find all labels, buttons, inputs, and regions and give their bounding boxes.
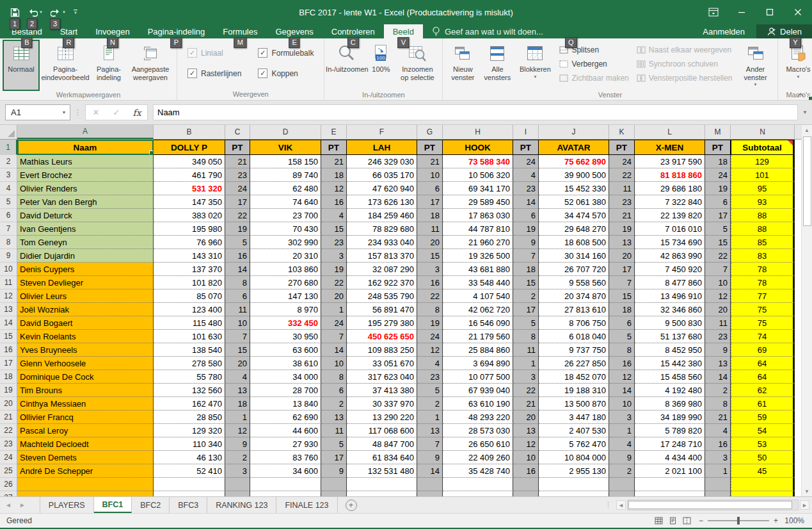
cell-E12[interactable]: 20 — [321, 289, 347, 303]
cell-D11[interactable]: 270 680 — [250, 276, 321, 289]
horizontal-scrollbar[interactable]: ⋮ ◄ ► — [601, 497, 812, 513]
zoom-100-button[interactable]: 100 100% — [367, 40, 395, 91]
cell-A7[interactable]: Ivan Geentjens — [17, 222, 154, 236]
cell-J26[interactable] — [539, 478, 609, 491]
cell-D21[interactable]: 62 690 — [250, 411, 321, 424]
cell-J7[interactable]: 29 648 270 — [539, 222, 609, 236]
cell-C4[interactable]: 24 — [225, 182, 250, 195]
ribbon-display-options-button[interactable] — [699, 0, 728, 24]
cell-F24[interactable]: 61 834 640 — [347, 451, 417, 464]
cell-L12[interactable]: 13 496 910 — [635, 289, 705, 303]
cell-B4[interactable]: 531 320 — [154, 182, 225, 195]
cell-C20[interactable]: 18 — [225, 397, 250, 411]
cell-E26[interactable] — [321, 478, 347, 491]
cell-C17[interactable]: 20 — [225, 357, 250, 370]
cell-G18[interactable]: 23 — [417, 370, 443, 384]
cell-K22[interactable]: 1 — [609, 424, 635, 437]
share-button[interactable]: Delen Y — [756, 24, 812, 38]
cell-J23[interactable]: 5 762 470 — [539, 437, 609, 451]
cell-N12[interactable]: 77 — [731, 289, 795, 303]
cell-G2[interactable]: 21 — [417, 155, 443, 168]
cell-L23[interactable]: 17 248 710 — [635, 437, 705, 451]
cell-A27[interactable] — [17, 491, 154, 496]
cell-E22[interactable]: 11 — [321, 424, 347, 437]
cell-A4[interactable]: Olivier Renders — [17, 182, 154, 195]
cell-D1[interactable]: VIK — [250, 140, 321, 155]
cell-F17[interactable]: 33 051 670 — [347, 357, 417, 370]
cell-B17[interactable]: 278 580 — [154, 357, 225, 370]
cell-L11[interactable]: 8 477 860 — [635, 276, 705, 289]
row-header-23[interactable]: 23 — [0, 437, 17, 451]
cell-L22[interactable]: 5 789 820 — [635, 424, 705, 437]
cell-A19[interactable]: Tim Brouns — [17, 384, 154, 397]
sheet-tab-players[interactable]: PLAYERS — [40, 497, 94, 513]
cell-K8[interactable]: 13 — [609, 236, 635, 249]
row-header-9[interactable]: 9 — [0, 249, 17, 263]
cell-F9[interactable]: 157 813 370 — [347, 249, 417, 263]
cell-M19[interactable]: 2 — [705, 384, 731, 397]
sheet-tab-bfc2[interactable]: BFC2 — [132, 497, 170, 513]
cell-H4[interactable]: 69 341 170 — [443, 182, 513, 195]
cell-G21[interactable]: 1 — [417, 411, 443, 424]
ribbon-tab-formules[interactable]: FormulesM — [214, 24, 266, 38]
scroll-up-icon[interactable]: ▲ — [802, 125, 812, 135]
row-header-14[interactable]: 14 — [0, 316, 17, 330]
cell-L4[interactable]: 29 686 180 — [635, 182, 705, 195]
cell-M14[interactable]: 11 — [705, 316, 731, 330]
cell-M1[interactable]: PT — [705, 140, 731, 155]
formula-bar-checkbox[interactable]: ✓ Formulebalk — [258, 48, 314, 58]
cell-I4[interactable]: 23 — [513, 182, 539, 195]
cell-I12[interactable]: 2 — [513, 289, 539, 303]
cell-J15[interactable]: 6 018 040 — [539, 330, 609, 343]
cell-N22[interactable]: 54 — [731, 424, 795, 437]
cell-G9[interactable]: 15 — [417, 249, 443, 263]
row-header-11[interactable]: 11 — [0, 276, 17, 289]
cell-K18[interactable]: 12 — [609, 370, 635, 384]
sheet-tab-bfc3[interactable]: BFC3 — [170, 497, 207, 513]
cell-L5[interactable]: 7 322 840 — [635, 195, 705, 209]
row-header-5[interactable]: 5 — [0, 195, 17, 209]
cell-M2[interactable]: 18 — [705, 155, 731, 168]
cell-K14[interactable]: 6 — [609, 316, 635, 330]
cell-C5[interactable]: 17 — [225, 195, 250, 209]
cell-G12[interactable]: 22 — [417, 289, 443, 303]
cell-G26[interactable] — [417, 478, 443, 491]
cell-F20[interactable]: 30 337 970 — [347, 397, 417, 411]
cell-K26[interactable] — [609, 478, 635, 491]
insert-function-icon[interactable]: fx — [127, 108, 147, 118]
cell-H13[interactable]: 42 062 720 — [443, 303, 513, 316]
column-header-K[interactable]: K — [609, 125, 635, 139]
cell-H8[interactable]: 21 960 270 — [443, 236, 513, 249]
cell-D14[interactable]: 332 450 — [250, 316, 321, 330]
cell-A26[interactable] — [17, 478, 154, 491]
ribbon-tab-beeld[interactable]: BeeldV — [384, 24, 423, 38]
cell-M27[interactable] — [705, 491, 731, 496]
sheet-tab-ranking-123[interactable]: RANKING 123 — [207, 497, 276, 513]
cell-M3[interactable]: 24 — [705, 168, 731, 182]
cell-B5[interactable]: 147 350 — [154, 195, 225, 209]
cell-D17[interactable]: 38 610 — [250, 357, 321, 370]
tell-me-search[interactable]: Geef aan wat u wilt doen... Q — [432, 24, 543, 38]
previous-sheet-icon[interactable]: ◄ — [5, 501, 12, 509]
cell-I24[interactable]: 10 — [513, 451, 539, 464]
cell-C22[interactable]: 12 — [225, 424, 250, 437]
row-header-13[interactable]: 13 — [0, 303, 17, 316]
row-header-24[interactable]: 24 — [0, 451, 17, 464]
cell-I17[interactable]: 1 — [513, 357, 539, 370]
cell-B20[interactable]: 162 470 — [154, 397, 225, 411]
cell-D16[interactable]: 63 600 — [250, 343, 321, 357]
cell-G25[interactable]: 14 — [417, 464, 443, 478]
cell-K9[interactable]: 20 — [609, 249, 635, 263]
freeze-panes-button[interactable]: Blokkeren ▼ — [514, 40, 555, 91]
cell-B10[interactable]: 137 370 — [154, 263, 225, 276]
maximize-button[interactable] — [756, 0, 784, 24]
cell-D13[interactable]: 8 970 — [250, 303, 321, 316]
cell-K2[interactable]: 24 — [609, 155, 635, 168]
cell-J11[interactable]: 9 558 560 — [539, 276, 609, 289]
cell-M7[interactable]: 5 — [705, 222, 731, 236]
cell-I18[interactable]: 3 — [513, 370, 539, 384]
cell-F27[interactable] — [347, 491, 417, 496]
cell-N16[interactable]: 69 — [731, 343, 795, 357]
cell-J12[interactable]: 20 374 870 — [539, 289, 609, 303]
cell-K11[interactable]: 7 — [609, 276, 635, 289]
